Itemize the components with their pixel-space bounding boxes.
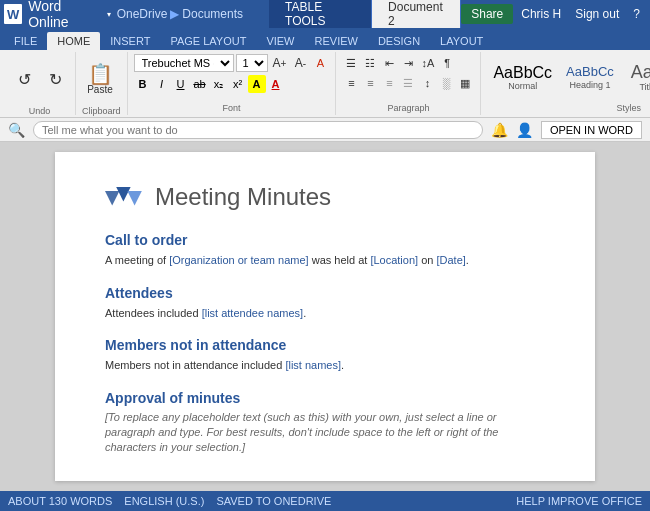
app-dropdown-icon[interactable]: ▾ (107, 10, 111, 19)
redo-button[interactable]: ↻ (41, 54, 69, 104)
ribbon-tab-bar: FILE HOME INSERT PAGE LAYOUT VIEW REVIEW… (0, 28, 650, 50)
members-placeholder1: [list names] (285, 359, 341, 371)
format-buttons-row: B I U ab x₂ x² A A (134, 75, 285, 93)
underline-button[interactable]: U (172, 75, 190, 93)
clipboard-group-label: Clipboard (82, 106, 121, 116)
tab-document2[interactable]: Document 2 (372, 0, 461, 28)
tab-home[interactable]: HOME (47, 32, 100, 50)
open-in-word-button[interactable]: OPEN IN WORD (541, 121, 642, 139)
align-center-button[interactable]: ≡ (361, 74, 379, 92)
bold-button[interactable]: B (134, 75, 152, 93)
help-button[interactable]: ? (627, 7, 646, 21)
bell-icon[interactable]: 🔔 (491, 122, 508, 138)
ribbon-group-clipboard: 📋 Paste Clipboard (76, 52, 128, 115)
call-to-order-placeholder1: [Organization or team name] (169, 254, 308, 266)
undo-group-label: Undo (10, 106, 69, 116)
user-name[interactable]: Chris H (515, 7, 567, 21)
tab-insert[interactable]: INSERT (100, 32, 160, 50)
tell-me-input[interactable] (33, 121, 483, 139)
border-button[interactable]: ▦ (456, 74, 474, 92)
breadcrumb: OneDrive ▶ Documents (117, 7, 243, 21)
section-body-call-to-order: A meeting of [Organization or team name]… (105, 252, 545, 269)
call-to-order-text2: was held at (309, 254, 371, 266)
tab-design[interactable]: DESIGN (368, 32, 430, 50)
decrease-indent-button[interactable]: ⇤ (380, 54, 398, 72)
ribbon-group-paragraph: ☰ ☷ ⇤ ⇥ ↕A ¶ ≡ ≡ ≡ ☰ ↕ ░ ▦ Paragraph (336, 52, 481, 115)
line-spacing-button[interactable]: ↕ (418, 74, 436, 92)
style-normal[interactable]: AaBbCc Normal (487, 62, 558, 94)
italic-button[interactable]: I (153, 75, 171, 93)
font-size-select[interactable]: 11 (236, 54, 268, 72)
tab-page-layout[interactable]: PAGE LAYOUT (160, 32, 256, 50)
tell-me-bar: 🔍 🔔 👤 OPEN IN WORD (0, 118, 650, 142)
logo-svg (105, 182, 145, 212)
title-bar: W Word Online ▾ OneDrive ▶ Documents TAB… (0, 0, 650, 28)
clear-format-button[interactable]: A (311, 54, 329, 72)
ribbon-group-undo: ↺ ↻ Undo (4, 52, 76, 115)
doc-page: Meeting Minutes Call to order A meeting … (55, 152, 595, 481)
word-logo: W (4, 4, 22, 24)
share-button[interactable]: Share (461, 4, 513, 24)
breadcrumb-documents[interactable]: Documents (182, 7, 243, 21)
numbering-button[interactable]: ☷ (361, 54, 379, 72)
font-color-button[interactable]: A (267, 75, 285, 93)
font-group-label: Font (134, 103, 330, 113)
sign-out-link[interactable]: Sign out (569, 7, 625, 21)
undo-button[interactable]: ↺ (10, 54, 38, 104)
doc-logo: Meeting Minutes (105, 182, 545, 212)
status-bar: ABOUT 130 WORDS ENGLISH (U.S.) SAVED TO … (0, 491, 650, 511)
help-improve-link[interactable]: HELP IMPROVE OFFICE (516, 495, 642, 507)
doc-area: Meeting Minutes Call to order A meeting … (0, 142, 650, 491)
strikethrough-button[interactable]: ab (191, 75, 209, 93)
attendees-placeholder1: [list attendee names] (202, 307, 304, 319)
tab-review[interactable]: REVIEW (305, 32, 368, 50)
show-marks-button[interactable]: ¶ (438, 54, 456, 72)
tab-file[interactable]: FILE (4, 32, 47, 50)
svg-marker-0 (105, 191, 119, 205)
save-status: SAVED TO ONEDRIVE (216, 495, 331, 507)
paste-icon: 📋 (88, 64, 113, 84)
ribbon-group-styles: AaBbCc Normal AaBbCc Heading 1 AaB Title… (481, 52, 650, 115)
paste-button[interactable]: 📋 Paste (82, 54, 118, 104)
font-selector-row: Trebuchet MS (Hea… 11 A+ A- A (134, 54, 330, 72)
style-heading1-preview: AaBbCc (566, 65, 614, 79)
style-title-preview: AaB (631, 63, 650, 83)
styles-group-label: Styles (487, 103, 650, 113)
align-left-button[interactable]: ≡ (342, 74, 360, 92)
section-heading-approval-of-minutes: Approval of minutes (105, 390, 545, 406)
section-body-members-not-in-attendance: Members not in attendance included [list… (105, 357, 545, 374)
style-heading1-label: Heading 1 (569, 80, 610, 90)
paragraph-group-label: Paragraph (342, 103, 474, 113)
font-grow-button[interactable]: A+ (270, 54, 290, 72)
style-title[interactable]: AaB Title (622, 61, 650, 95)
style-heading1[interactable]: AaBbCc Heading 1 (560, 63, 620, 91)
shading-button[interactable]: ░ (437, 74, 455, 92)
person-icon[interactable]: 👤 (516, 122, 533, 138)
align-right-button[interactable]: ≡ (380, 74, 398, 92)
font-shrink-button[interactable]: A- (291, 54, 309, 72)
tab-table-tools[interactable]: TABLE TOOLS (269, 0, 372, 28)
superscript-button[interactable]: x² (229, 75, 247, 93)
doc-title: Meeting Minutes (155, 183, 331, 211)
tab-layout[interactable]: LAYOUT (430, 32, 493, 50)
bullets-button[interactable]: ☰ (342, 54, 360, 72)
highlight-button[interactable]: A (248, 75, 266, 93)
increase-indent-button[interactable]: ⇥ (399, 54, 417, 72)
svg-marker-2 (127, 191, 141, 205)
svg-marker-1 (116, 187, 130, 201)
font-family-select[interactable]: Trebuchet MS (Hea… (134, 54, 234, 72)
call-to-order-end: . (466, 254, 469, 266)
para-row-2: ≡ ≡ ≡ ☰ ↕ ░ ▦ (342, 74, 474, 92)
call-to-order-text1: A meeting of (105, 254, 169, 266)
justify-button[interactable]: ☰ (399, 74, 417, 92)
subscript-button[interactable]: x₂ (210, 75, 228, 93)
app-name: Word Online (28, 0, 99, 30)
members-end: . (341, 359, 344, 371)
call-to-order-text3: on (418, 254, 436, 266)
sort-button[interactable]: ↕A (418, 54, 437, 72)
members-text1: Members not in attendance included (105, 359, 285, 371)
section-body-attendees: Attendees included [list attendee names]… (105, 305, 545, 322)
search-icon: 🔍 (8, 122, 25, 138)
breadcrumb-onedrive[interactable]: OneDrive (117, 7, 168, 21)
tab-view[interactable]: VIEW (256, 32, 304, 50)
